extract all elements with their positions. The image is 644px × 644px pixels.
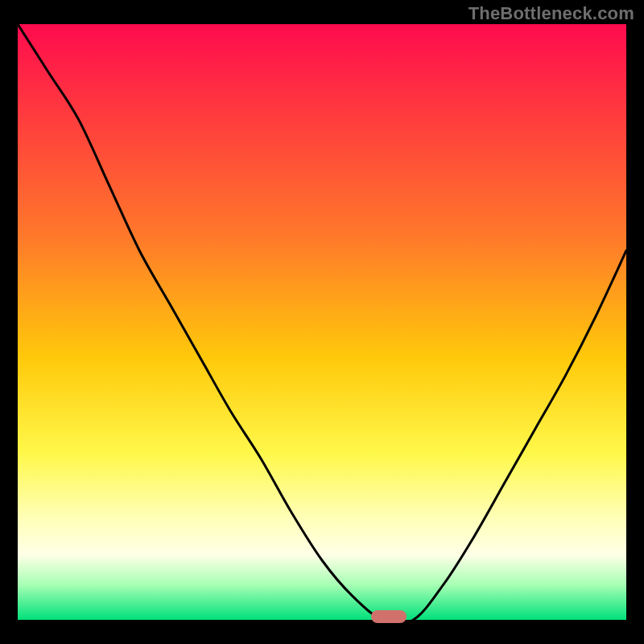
plot-area <box>18 24 626 620</box>
bottleneck-curve <box>18 24 626 620</box>
curve-path <box>18 24 626 620</box>
optimal-marker <box>371 610 407 623</box>
watermark-text: TheBottleneck.com <box>469 3 634 24</box>
chart-frame: TheBottleneck.com <box>0 0 644 644</box>
